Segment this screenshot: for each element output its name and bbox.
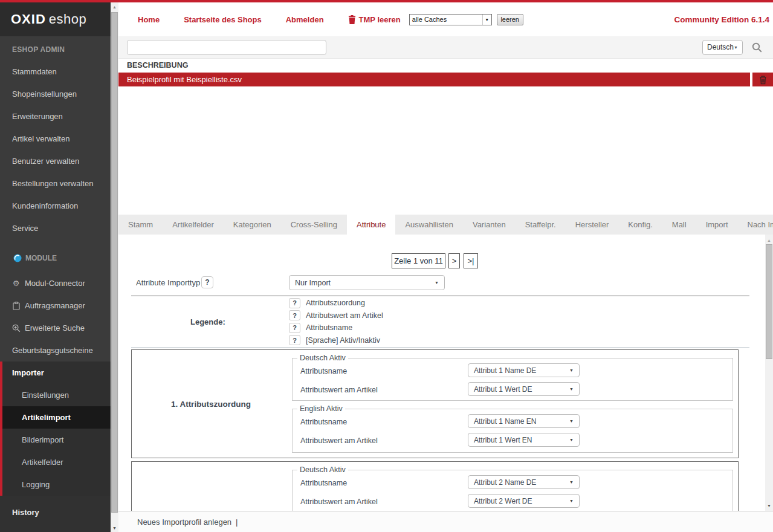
scroll-up-icon[interactable]: ▲ — [765, 236, 773, 244]
tab-mall[interactable]: Mall — [662, 215, 696, 235]
attribut-2-wert-de-select[interactable]: Attribut 2 Wert DE ▼ — [468, 494, 580, 508]
importtyp-row: Attribute Importtyp ? Nur Import ▼ — [136, 275, 740, 290]
pagination-last-button[interactable]: >| — [464, 253, 478, 268]
sidebar-item-logging[interactable]: Logging — [2, 473, 111, 496]
tab-nach-import[interactable]: Nach Import — [738, 215, 773, 235]
sidebar-item-auftragsmanager[interactable]: Auftragsmanager — [0, 294, 111, 317]
trash-icon — [348, 15, 356, 24]
form-row: Attributsname Attribut 2 Name DE ▼ — [293, 474, 733, 493]
legend-label: Legende: — [190, 317, 225, 326]
legend-item: ? [Sprache] Aktiv/Inaktiv — [289, 334, 383, 347]
sidebar-item-importer[interactable]: Importer — [2, 362, 111, 384]
sidebar-item-artikelimport[interactable]: Artikelimport — [2, 406, 111, 429]
logout-link[interactable]: Abmelden — [286, 15, 324, 24]
sidebar-item-history[interactable]: History — [0, 501, 111, 524]
chevron-down-icon: ▼ — [569, 368, 574, 372]
attribut-2-name-de-select[interactable]: Attribut 2 Name DE ▼ — [468, 475, 580, 489]
sidebar-importer-section: Importer Einstellungen Artikelimport Bil… — [0, 362, 111, 496]
scroll-up-icon[interactable]: ▲ — [111, 2, 118, 11]
select-value: Attribut 2 Name DE — [474, 478, 536, 487]
search-input[interactable] — [127, 40, 326, 55]
chevron-down-icon: ▼ — [569, 419, 574, 423]
tab-varianten[interactable]: Varianten — [463, 215, 516, 235]
sidebar-item-bilderimport[interactable]: Bilderimport — [2, 429, 111, 451]
importtyp-select-value: Nur Import — [295, 279, 331, 287]
sidebar-item-kundeninformation[interactable]: Kundeninformation — [0, 195, 111, 217]
search-icon[interactable] — [752, 42, 762, 53]
field-label: Attributsname — [300, 418, 347, 426]
help-icon[interactable]: ? — [289, 335, 300, 345]
tab-bar: Stamm Artikelfelder Kategorien Cross-Sel… — [118, 215, 773, 235]
tab-content-panel: Zeile 1 von 11 > >| Attribute Importtyp … — [118, 235, 773, 511]
profile-row[interactable]: Beispielprofil mit Beispielliste.csv — [118, 73, 750, 86]
help-icon[interactable]: ? — [289, 310, 300, 320]
sidebar-item-artikel-verwalten[interactable]: Artikel verwalten — [0, 128, 111, 150]
scroll-down-icon[interactable]: ▼ — [765, 501, 773, 510]
tab-auswahllisten[interactable]: Auswahllisten — [395, 215, 463, 235]
attribute-mapping-block-2: Deutsch Aktiv Attributsname Attribut 2 N… — [131, 461, 739, 511]
sidebar-item-erweiterte-suche[interactable]: Erweiterte Suche — [0, 317, 111, 339]
help-icon[interactable]: ? — [289, 298, 300, 308]
legend-item: ? Attributswert am Artikel — [289, 310, 383, 322]
edition-label: Community Edition 6.1.4 — [674, 15, 771, 24]
oxid-logo[interactable]: OXID eshop — [0, 2, 111, 36]
attribut-1-name-de-select[interactable]: Attribut 1 Name DE ▼ — [468, 363, 580, 377]
pagination-status: Zeile 1 von 11 — [392, 253, 445, 268]
tab-artikelfelder[interactable]: Artikelfelder — [163, 215, 224, 235]
help-icon[interactable]: ? — [201, 276, 213, 288]
sidebar-item-benutzer-verwalten[interactable]: Benutzer verwalten — [0, 150, 111, 172]
tab-stamm[interactable]: Stamm — [118, 215, 163, 235]
select-value: Attribut 2 Wert DE — [474, 497, 532, 505]
sidebar-item-bestellungen-verwalten[interactable]: Bestellungen verwalten — [0, 172, 111, 195]
shop-home-link[interactable]: Startseite des Shops — [184, 15, 262, 24]
importtyp-select[interactable]: Nur Import ▼ — [289, 275, 445, 290]
sidebar-item-label: Modul-Connector — [25, 272, 85, 294]
sidebar-scrollbar[interactable]: ▲ ▼ — [111, 2, 118, 532]
chevron-down-icon: ▼ — [569, 387, 574, 391]
module-header-label: MODULE — [25, 254, 57, 262]
block-title: 1. Attributszuordung — [132, 350, 290, 458]
sidebar-item-stammdaten[interactable]: Stammdaten — [0, 60, 111, 83]
legend-item: ? Attributsname — [289, 322, 383, 334]
sidebar-item-label: Erweiterte Suche — [25, 317, 85, 339]
sidebar-item-geburtstagsgutscheine[interactable]: Geburtstagsgutscheine — [0, 339, 111, 362]
legend-item: ? Attributszuordung — [289, 297, 383, 310]
tmp-clear-link[interactable]: TMP leeren — [359, 15, 401, 24]
tab-hersteller[interactable]: Hersteller — [566, 215, 619, 235]
sidebar-item-shopeinstellungen[interactable]: Shopeinstellungen — [0, 83, 111, 105]
logo-text-bold: OXID — [11, 11, 46, 27]
content-scrollbar-thumb[interactable] — [766, 244, 772, 359]
tab-konfig[interactable]: Konfig. — [618, 215, 662, 235]
delete-row-button[interactable] — [752, 73, 773, 86]
sidebar-item-artikelfelder[interactable]: Artikelfelder — [2, 451, 111, 473]
cache-select[interactable]: alle Caches ▼ — [409, 14, 492, 25]
tab-attribute[interactable]: Attribute — [347, 215, 395, 235]
attribut-1-wert-de-select[interactable]: Attribut 1 Wert DE ▼ — [468, 382, 580, 396]
sidebar: OXID eshop ESHOP ADMIN Stammdaten Shopei… — [0, 2, 111, 532]
attribut-1-wert-en-select[interactable]: Attribut 1 Wert EN ▼ — [468, 433, 580, 447]
sidebar-item-modul-connector[interactable]: ⚙ Modul-Connector — [0, 272, 111, 294]
help-icon[interactable]: ? — [289, 323, 300, 333]
fieldset-english-aktiv: English Aktiv Attributsname Attribut 1 N… — [292, 404, 733, 453]
sidebar-item-service[interactable]: Service — [0, 217, 111, 239]
tab-cross-selling[interactable]: Cross-Selling — [281, 215, 347, 235]
tab-staffelpr[interactable]: Staffelpr. — [516, 215, 566, 235]
sidebar-item-erweiterungen[interactable]: Erweiterungen — [0, 105, 111, 128]
field-label: Attributswert am Artikel — [300, 498, 378, 506]
sidebar-scrollbar-thumb[interactable] — [111, 12, 118, 513]
scroll-down-icon[interactable]: ▼ — [111, 524, 118, 532]
pagination-next-button[interactable]: > — [448, 253, 460, 268]
home-link[interactable]: Home — [138, 15, 160, 24]
tab-kategorien[interactable]: Kategorien — [224, 215, 281, 235]
content-scrollbar[interactable]: ▲ ▼ — [765, 235, 773, 511]
tab-import[interactable]: Import — [696, 215, 738, 235]
new-import-profile-link[interactable]: Neues Importprofil anlegen — [137, 517, 231, 527]
clear-cache-button[interactable]: leeren — [497, 14, 523, 25]
sidebar-item-einstellungen[interactable]: Einstellungen — [2, 384, 111, 406]
sidebar-section-eshop-admin: ESHOP ADMIN — [0, 44, 111, 56]
attribut-1-name-en-select[interactable]: Attribut 1 Name EN ▼ — [468, 414, 580, 428]
legend-item-label: Attributswert am Artikel — [306, 311, 383, 320]
search-strip: Deutsch ▼ — [118, 36, 773, 59]
language-select[interactable]: Deutsch ▼ — [702, 40, 743, 55]
cache-select-value: alle Caches — [412, 16, 482, 23]
